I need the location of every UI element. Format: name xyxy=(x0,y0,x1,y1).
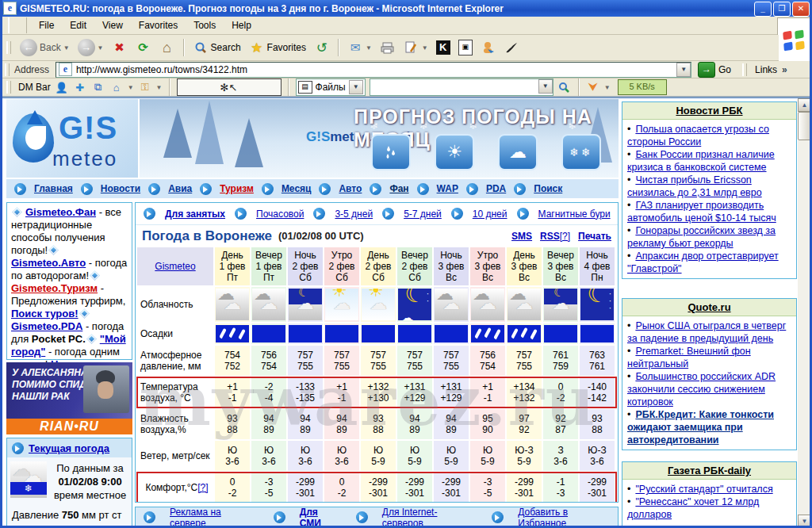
news-link[interactable]: Большинство российских ADR закончили сес… xyxy=(627,371,776,407)
address-input[interactable] xyxy=(75,63,676,76)
footer-link-Для Internet-серверов[interactable]: Для Internet-серверов xyxy=(382,507,478,528)
scroll-down-button[interactable]: ▼ xyxy=(798,515,811,528)
news-link[interactable]: "Ренессанс" хочет 12 млрд долларов xyxy=(627,496,759,520)
footer-link-Реклама на сервере[interactable]: Реклама на сервере xyxy=(170,507,259,528)
messenger-button[interactable] xyxy=(478,38,499,57)
nav-item-Туризм[interactable]: Туризм xyxy=(220,183,254,194)
news-link[interactable]: Гонорары российских звезд за рекламу бью… xyxy=(627,225,776,249)
close-button[interactable]: ✕ xyxy=(792,2,810,17)
month-banner-ad[interactable]: ❄ ❄ ❄ ❄ ❄ ❄ G!Smeteo.month ПРОГНОЗ ПОГОД… xyxy=(140,99,619,178)
nav-item-Главная[interactable]: Главная xyxy=(34,183,73,194)
sms-link[interactable]: SMS xyxy=(511,231,532,242)
news-link[interactable]: "Русский стандарт" отчитался xyxy=(635,484,772,495)
dm-cursor-panel[interactable]: ✻↖ xyxy=(177,78,282,96)
refresh-button[interactable]: ⟳ xyxy=(133,38,154,57)
quicklink-Почасовой[interactable]: Почасовой xyxy=(256,209,304,220)
news-link[interactable]: Банк России признал наличие кризиса в ба… xyxy=(627,149,775,173)
dm-download-dropdown-icon[interactable]: ▼ xyxy=(604,84,611,91)
print-link[interactable]: Печать xyxy=(578,231,611,242)
links-toolbar[interactable]: Links » xyxy=(742,63,787,76)
sidebar-link[interactable]: Gismeteo.PDA xyxy=(11,320,82,332)
comfort-help-link[interactable]: [?] xyxy=(197,482,208,493)
menu-item-favorites[interactable]: Favorites xyxy=(132,18,185,33)
plugin-app-button[interactable]: ▣ xyxy=(456,38,475,57)
sidebar-link[interactable]: Поиск туров! xyxy=(11,308,79,319)
quicklink-3-5 дней[interactable]: 3-5 дней xyxy=(335,209,373,220)
menu-item-edit[interactable]: Edit xyxy=(63,18,94,33)
news-link[interactable]: РБК.Кредит: Какие тонкости ожидают заемщ… xyxy=(627,409,774,446)
favorites-button[interactable]: ★ Favorites xyxy=(247,38,308,57)
dm-combo-dropdown-icon[interactable]: ▼ xyxy=(538,79,553,94)
rian-ad-banner[interactable]: У АЛЕКСАНЯНА ПОМИМО СПИДА НАШЛИ РАК RIAN… xyxy=(6,362,132,434)
dm-add-icon[interactable]: ✚ xyxy=(73,80,87,94)
rain-icon[interactable] xyxy=(371,134,411,170)
plugin-k-button[interactable]: K xyxy=(434,39,453,56)
news-link[interactable]: Чистая прибыль Ericsson снизилась до 2,3… xyxy=(627,174,762,198)
nav-item-Месяц[interactable]: Месяц xyxy=(282,183,312,194)
news-link[interactable]: Рынок США отыгрался в четверг за падение… xyxy=(627,320,786,344)
mail-button[interactable]: ✉▼ xyxy=(345,38,374,57)
addressbar-grip[interactable] xyxy=(5,63,10,76)
sidebar-link[interactable]: Gismeteo.Туризм xyxy=(11,282,98,294)
dm-key-icon[interactable]: ⚿ xyxy=(138,80,152,94)
quicklink-Магнитные бури[interactable]: Магнитные бури xyxy=(538,209,611,220)
nav-item-Авто[interactable]: Авто xyxy=(339,183,362,194)
edit-dropdown-icon[interactable]: ▼ xyxy=(422,44,428,52)
menu-item-help[interactable]: Help xyxy=(224,18,259,33)
footer-link-Добавить в Избранное[interactable]: Добавить в Избранное xyxy=(518,507,618,528)
search-button[interactable]: Search xyxy=(190,38,243,57)
dm-user-icon[interactable]: 👤 xyxy=(55,80,69,94)
nav-item-Новости[interactable]: Новости xyxy=(101,183,140,194)
title-bar[interactable]: e GISMETEO.RU: погода в Воронеже. Прогно… xyxy=(0,0,812,17)
print-button[interactable] xyxy=(377,38,398,57)
menu-item-tools[interactable]: Tools xyxy=(186,18,223,33)
dm-download-icon[interactable]: ⮟ xyxy=(586,80,600,94)
address-dropdown-icon[interactable]: ▼ xyxy=(676,63,691,77)
dm-home-dropdown-icon[interactable]: ▼ xyxy=(128,84,134,91)
nav-item-PDA[interactable]: PDA xyxy=(486,183,506,194)
vertical-scrollbar[interactable]: ▲ ▼ xyxy=(798,98,811,528)
sidebar-link[interactable]: Gismeteo.Авто xyxy=(11,257,86,269)
cloud-icon[interactable]: ☁ xyxy=(498,134,538,170)
edit-button[interactable]: ▼ xyxy=(401,38,431,57)
home-button[interactable]: ⌂ xyxy=(157,38,178,57)
gismeteo-logo[interactable]: G!S meteo xyxy=(6,99,138,178)
news-link[interactable]: Польша опасается угрозы со стороны Росси… xyxy=(627,124,769,147)
minimize-button[interactable]: _ xyxy=(754,2,772,17)
dm-key-dropdown-icon[interactable]: ▼ xyxy=(156,84,163,91)
dm-home-icon[interactable]: ⌂ xyxy=(109,80,124,94)
ink-button[interactable] xyxy=(502,38,523,57)
toolbar-grip[interactable] xyxy=(8,17,27,33)
rss-link[interactable]: RSS xyxy=(540,231,560,242)
snow-icon[interactable]: ❄❄ xyxy=(561,134,601,170)
forward-button[interactable]: → ▼ xyxy=(75,37,106,58)
gismeteo-link[interactable]: Gismeteo xyxy=(155,261,195,272)
nav-item-Авиа[interactable]: Авиа xyxy=(168,183,192,194)
links-grip[interactable] xyxy=(742,63,747,76)
forward-dropdown-icon[interactable]: ▼ xyxy=(98,44,104,52)
quicklink-10 дней[interactable]: 10 дней xyxy=(473,209,508,220)
menu-item-view[interactable]: View xyxy=(95,18,130,33)
news-link[interactable]: Premarket: Внешний фон нейтральный xyxy=(627,346,751,369)
nav-item-WAP[interactable]: WAP xyxy=(437,183,458,194)
nav-item-Поиск[interactable]: Поиск xyxy=(534,183,562,194)
scroll-thumb[interactable] xyxy=(798,112,811,140)
news-link[interactable]: ГАЗ планирует производить автомобиль цен… xyxy=(627,200,776,224)
mail-dropdown-icon[interactable]: ▼ xyxy=(366,44,372,52)
footer-link-Для СМИ[interactable]: Для СМИ xyxy=(300,507,342,528)
menu-item-file[interactable]: File xyxy=(32,18,61,33)
links-chevron-icon[interactable]: » xyxy=(782,64,787,75)
stop-button[interactable]: ✖ xyxy=(109,38,130,57)
news-link[interactable]: Апраксин двор отреставрирует "Главстрой" xyxy=(627,251,779,274)
files-dropdown-icon[interactable]: ▼ xyxy=(349,80,363,94)
back-button[interactable]: ← Back ▼ xyxy=(17,37,72,58)
sun-icon[interactable]: ☀ xyxy=(435,134,474,170)
rss-help-link[interactable]: [?] xyxy=(560,231,570,242)
current-weather-link[interactable]: Текущая погода xyxy=(29,442,109,454)
dm-search-icon[interactable] xyxy=(557,80,572,94)
sidebar-link[interactable]: Gismeteo.Фан xyxy=(25,206,96,218)
scroll-up-button[interactable]: ▲ xyxy=(798,98,811,112)
quicklink-5-7 дней[interactable]: 5-7 дней xyxy=(404,209,442,220)
go-button[interactable]: → Go xyxy=(698,62,731,78)
dm-pages-icon[interactable]: ⧉ xyxy=(91,80,105,94)
